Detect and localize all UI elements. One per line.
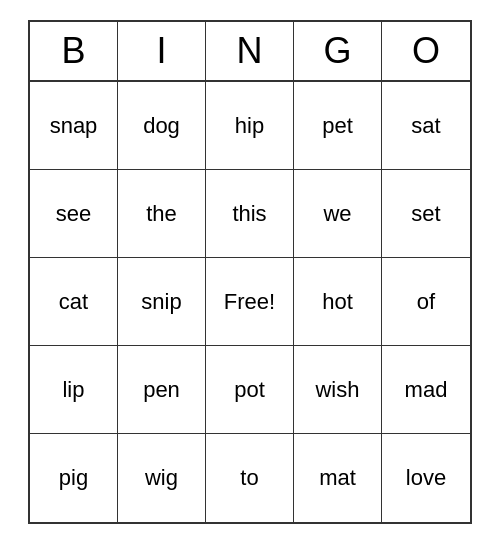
bingo-grid: snapdoghippetsatseethethiswesetcatsnipFr… <box>30 82 470 522</box>
bingo-cell-r0-c2: hip <box>206 82 294 170</box>
bingo-cell-r4-c1: wig <box>118 434 206 522</box>
bingo-cell-r4-c2: to <box>206 434 294 522</box>
bingo-cell-r3-c4: mad <box>382 346 470 434</box>
bingo-cell-r1-c3: we <box>294 170 382 258</box>
header-letter-N: N <box>206 22 294 80</box>
header-letter-I: I <box>118 22 206 80</box>
bingo-cell-r3-c0: lip <box>30 346 118 434</box>
bingo-cell-r1-c2: this <box>206 170 294 258</box>
bingo-cell-r2-c3: hot <box>294 258 382 346</box>
bingo-cell-r3-c3: wish <box>294 346 382 434</box>
bingo-cell-r2-c1: snip <box>118 258 206 346</box>
bingo-cell-r4-c4: love <box>382 434 470 522</box>
bingo-card: BINGO snapdoghippetsatseethethiswesetcat… <box>28 20 472 524</box>
bingo-cell-r0-c4: sat <box>382 82 470 170</box>
bingo-header: BINGO <box>30 22 470 82</box>
bingo-cell-r1-c1: the <box>118 170 206 258</box>
bingo-cell-r2-c4: of <box>382 258 470 346</box>
header-letter-B: B <box>30 22 118 80</box>
header-letter-O: O <box>382 22 470 80</box>
header-letter-G: G <box>294 22 382 80</box>
bingo-cell-r3-c2: pot <box>206 346 294 434</box>
bingo-cell-r4-c0: pig <box>30 434 118 522</box>
bingo-cell-r2-c0: cat <box>30 258 118 346</box>
bingo-cell-r1-c0: see <box>30 170 118 258</box>
bingo-cell-r0-c1: dog <box>118 82 206 170</box>
bingo-cell-r0-c3: pet <box>294 82 382 170</box>
bingo-cell-r0-c0: snap <box>30 82 118 170</box>
bingo-cell-r2-c2: Free! <box>206 258 294 346</box>
bingo-cell-r4-c3: mat <box>294 434 382 522</box>
bingo-cell-r1-c4: set <box>382 170 470 258</box>
bingo-cell-r3-c1: pen <box>118 346 206 434</box>
